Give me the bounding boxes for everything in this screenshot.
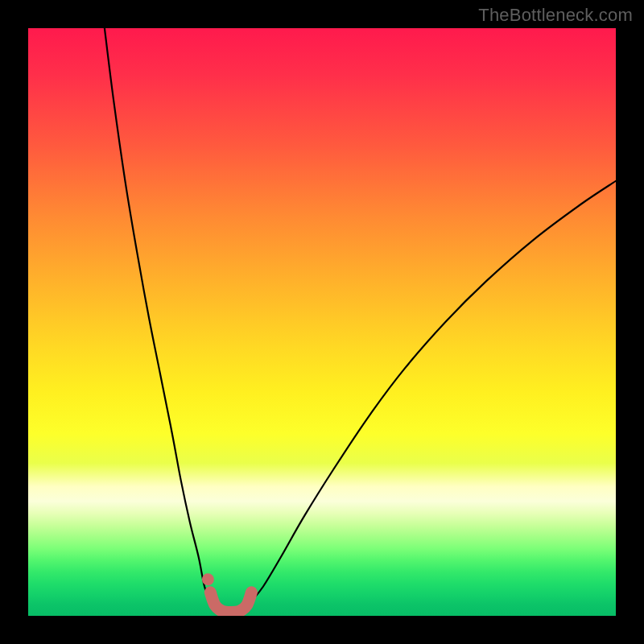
- right-branch: [251, 181, 616, 601]
- plot-area: [28, 28, 616, 616]
- curve-layer: [28, 28, 616, 616]
- chart-frame: TheBottleneck.com: [0, 0, 644, 644]
- left-branch: [105, 28, 210, 601]
- valley-dot: [202, 573, 214, 585]
- watermark-text: TheBottleneck.com: [478, 5, 633, 26]
- valley-u-marker: [210, 592, 251, 613]
